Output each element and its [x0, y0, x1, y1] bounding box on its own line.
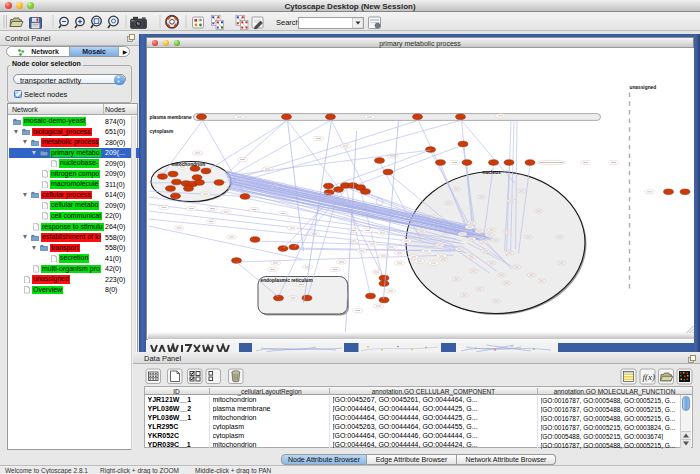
svg-text:mitochondrion: mitochondrion: [171, 162, 205, 167]
svg-text:endoplasmic reticulum: endoplasmic reticulum: [260, 278, 312, 283]
svg-text:f(x): f(x): [643, 372, 656, 382]
svg-text:cytoplasm: cytoplasm: [149, 129, 173, 134]
svg-text:unassigned: unassigned: [629, 85, 656, 90]
svg-text:Search:: Search:: [276, 18, 302, 27]
svg-text:plasma membrane: plasma membrane: [149, 115, 191, 120]
svg-text:nucleus: nucleus: [482, 170, 500, 175]
